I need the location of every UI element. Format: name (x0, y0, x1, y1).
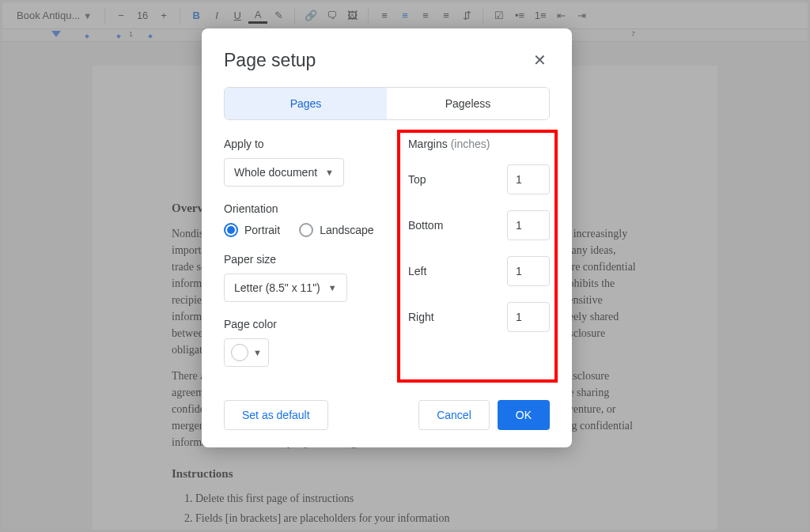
dialog-title: Page setup (224, 50, 316, 71)
annotation-highlight (397, 130, 558, 383)
radio-icon (299, 223, 313, 237)
paper-size-label: Paper size (224, 253, 380, 266)
chevron-down-icon: ▼ (325, 168, 334, 177)
page-setup-dialog: Page setup ✕ Pages Pageless Apply to Who… (202, 28, 572, 447)
apply-to-label: Apply to (224, 138, 380, 150)
tab-pageless[interactable]: Pageless (387, 88, 549, 119)
chevron-down-icon: ▼ (253, 348, 262, 357)
orientation-label: Orientation (224, 202, 380, 215)
radio-landscape[interactable]: Landscape (299, 223, 374, 237)
radio-icon (224, 223, 238, 237)
close-button[interactable]: ✕ (530, 47, 550, 73)
apply-to-value: Whole document (234, 166, 317, 179)
color-swatch-icon (231, 344, 248, 361)
settings-left-column: Apply to Whole document ▼ Orientation Po… (224, 138, 380, 373)
page-color-select[interactable]: ▼ (224, 338, 269, 367)
page-color-label: Page color (224, 318, 380, 330)
paper-size-value: Letter (8.5" x 11") (234, 281, 320, 294)
set-default-button[interactable]: Set as default (224, 400, 328, 430)
cancel-button[interactable]: Cancel (418, 400, 490, 430)
margins-column: Margins (inches) Top Bottom Left Right (408, 138, 550, 373)
chevron-down-icon: ▼ (328, 283, 337, 292)
radio-portrait[interactable]: Portrait (224, 223, 280, 237)
tab-pages[interactable]: Pages (225, 88, 387, 119)
paper-size-select[interactable]: Letter (8.5" x 11") ▼ (224, 274, 347, 302)
ok-button[interactable]: OK (498, 400, 550, 430)
tab-row: Pages Pageless (224, 87, 550, 120)
apply-to-select[interactable]: Whole document ▼ (224, 158, 344, 187)
